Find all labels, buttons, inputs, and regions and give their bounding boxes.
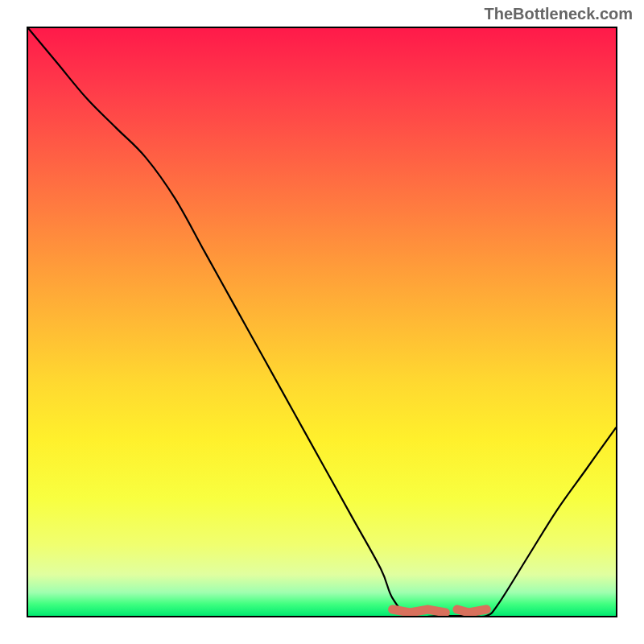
chart-plot-area [27, 27, 617, 617]
chart-svg [28, 28, 616, 616]
highlight-segment-path [393, 609, 487, 613]
bottleneck-curve-path [28, 28, 616, 616]
watermark-text: TheBottleneck.com [485, 5, 633, 23]
